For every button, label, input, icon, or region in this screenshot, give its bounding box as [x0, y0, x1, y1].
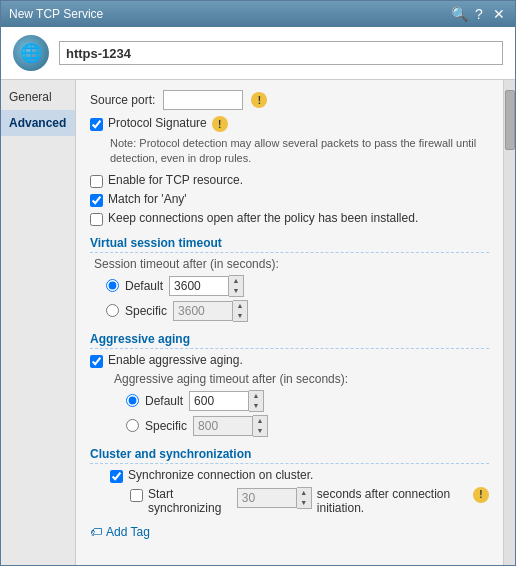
session-default-label: Default — [125, 279, 163, 293]
session-specific-arrows: ▲ ▼ — [233, 300, 248, 322]
sidebar-item-general[interactable]: General — [1, 84, 75, 110]
enable-aggressive-checkbox[interactable] — [90, 355, 103, 368]
service-name-input[interactable] — [59, 41, 503, 65]
aggressive-timeout-label: Aggressive aging timeout after (in secon… — [114, 372, 489, 386]
sync-seconds-up-arrow[interactable]: ▲ — [297, 488, 311, 498]
start-sync-row: Start synchronizing ▲ ▼ seconds after co… — [130, 487, 489, 515]
session-timeout-label: Session timeout after (in seconds): — [94, 257, 489, 271]
cluster-sync-title: Cluster and synchronization — [90, 447, 489, 464]
aggressive-default-label: Default — [145, 394, 183, 408]
session-specific-input[interactable] — [173, 301, 233, 321]
enable-tcp-label: Enable for TCP resource. — [108, 173, 243, 187]
aggressive-default-arrows: ▲ ▼ — [249, 390, 264, 412]
sync-info-icon[interactable]: ! — [473, 487, 489, 503]
enable-aggressive-label: Enable aggressive aging. — [108, 353, 243, 367]
add-tag-icon: 🏷 — [90, 525, 102, 539]
sync-seconds-input[interactable] — [237, 488, 297, 508]
enable-tcp-checkbox[interactable] — [90, 175, 103, 188]
cluster-sync-section: Synchronize connection on cluster. Start… — [110, 468, 489, 515]
protocol-note: Note: Protocol detection may allow sever… — [110, 136, 489, 167]
source-port-label: Source port: — [90, 93, 155, 107]
session-specific-spinner: ▲ ▼ — [173, 300, 248, 322]
session-default-arrows: ▲ ▼ — [229, 275, 244, 297]
aggressive-specific-arrows: ▲ ▼ — [253, 415, 268, 437]
protocol-signature-row: Protocol Signature ! — [90, 116, 489, 132]
session-default-radio[interactable] — [106, 279, 119, 292]
sync-cluster-row: Synchronize connection on cluster. — [110, 468, 489, 483]
enable-tcp-row: Enable for TCP resource. — [90, 173, 489, 188]
close-icon[interactable]: ✕ — [491, 6, 507, 22]
aggressive-default-spinner: ▲ ▼ — [189, 390, 264, 412]
protocol-signature-checkbox[interactable] — [90, 118, 103, 131]
aggressive-default-input[interactable] — [189, 391, 249, 411]
aggressive-default-radio[interactable] — [126, 394, 139, 407]
search-icon[interactable]: 🔍 — [451, 6, 467, 22]
sidebar-item-advanced[interactable]: Advanced — [1, 110, 75, 136]
session-default-down-arrow[interactable]: ▼ — [229, 286, 243, 296]
sync-seconds-down-arrow[interactable]: ▼ — [297, 498, 311, 508]
aggressive-specific-up-arrow[interactable]: ▲ — [253, 416, 267, 426]
protocol-signature-info-icon[interactable]: ! — [212, 116, 228, 132]
main-content: General Advanced Source port: ! Protocol… — [1, 80, 515, 565]
sidebar: General Advanced — [1, 80, 76, 565]
aggressive-default-down-arrow[interactable]: ▼ — [249, 401, 263, 411]
aggressive-specific-label: Specific — [145, 419, 187, 433]
title-bar-left: New TCP Service — [9, 7, 103, 21]
match-any-label: Match for 'Any' — [108, 192, 187, 206]
sync-cluster-checkbox[interactable] — [110, 470, 123, 483]
session-specific-label: Specific — [125, 304, 167, 318]
scrollbar-thumb[interactable] — [505, 90, 515, 150]
source-port-row: Source port: ! — [90, 90, 489, 110]
title-bar: New TCP Service 🔍 ? ✕ — [1, 1, 515, 27]
session-default-row: Default ▲ ▼ — [106, 275, 489, 297]
enable-aggressive-row: Enable aggressive aging. — [90, 353, 489, 368]
start-sync-label: Start synchronizing — [148, 487, 232, 515]
content-area: Source port: ! Protocol Signature ! Note… — [76, 80, 503, 565]
session-default-up-arrow[interactable]: ▲ — [229, 276, 243, 286]
sync-seconds-arrows: ▲ ▼ — [297, 487, 312, 509]
virtual-session-title: Virtual session timeout — [90, 236, 489, 253]
window-title: New TCP Service — [9, 7, 103, 21]
add-tag-row[interactable]: 🏷 Add Tag — [90, 525, 489, 539]
match-any-checkbox[interactable] — [90, 194, 103, 207]
aggressive-aging-title: Aggressive aging — [90, 332, 489, 349]
add-tag-label: Add Tag — [106, 525, 150, 539]
session-specific-down-arrow[interactable]: ▼ — [233, 311, 247, 321]
aggressive-specific-radio[interactable] — [126, 419, 139, 432]
window: New TCP Service 🔍 ? ✕ 🌐 General Advanced… — [0, 0, 516, 566]
title-bar-icons: 🔍 ? ✕ — [451, 6, 507, 22]
source-port-info-icon[interactable]: ! — [251, 92, 267, 108]
session-specific-row: Specific ▲ ▼ — [106, 300, 489, 322]
source-port-input[interactable] — [163, 90, 243, 110]
seconds-after-label: seconds after connection initiation. — [317, 487, 468, 515]
aggressive-specific-spinner: ▲ ▼ — [193, 415, 268, 437]
aggressive-timeout-section: Aggressive aging timeout after (in secon… — [110, 372, 489, 437]
aggressive-default-up-arrow[interactable]: ▲ — [249, 391, 263, 401]
protocol-signature-label: Protocol Signature — [108, 116, 207, 130]
aggressive-specific-down-arrow[interactable]: ▼ — [253, 426, 267, 436]
globe-icon: 🌐 — [13, 35, 49, 71]
aggressive-specific-input[interactable] — [193, 416, 253, 436]
header-section: 🌐 — [1, 27, 515, 80]
match-any-row: Match for 'Any' — [90, 192, 489, 207]
scrollbar[interactable] — [503, 80, 515, 565]
sync-cluster-label: Synchronize connection on cluster. — [128, 468, 313, 482]
session-default-spinner: ▲ ▼ — [169, 275, 244, 297]
session-specific-radio[interactable] — [106, 304, 119, 317]
aggressive-specific-row: Specific ▲ ▼ — [126, 415, 489, 437]
start-sync-checkbox[interactable] — [130, 489, 143, 502]
session-default-input[interactable] — [169, 276, 229, 296]
help-icon[interactable]: ? — [471, 6, 487, 22]
keep-connections-row: Keep connections open after the policy h… — [90, 211, 489, 226]
keep-connections-checkbox[interactable] — [90, 213, 103, 226]
keep-connections-label: Keep connections open after the policy h… — [108, 211, 418, 225]
sync-seconds-spinner: ▲ ▼ — [237, 487, 312, 509]
session-specific-up-arrow[interactable]: ▲ — [233, 301, 247, 311]
aggressive-default-row: Default ▲ ▼ — [126, 390, 489, 412]
